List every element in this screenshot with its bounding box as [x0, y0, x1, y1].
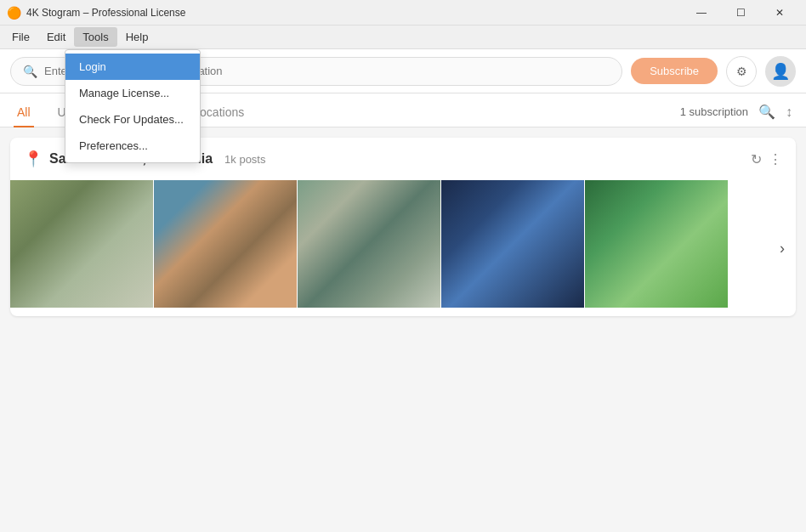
menu-item-check-updates[interactable]: Check For Updates...: [65, 106, 200, 133]
photo-item[interactable]: [585, 180, 728, 308]
photo-placeholder: [154, 180, 297, 308]
menu-edit[interactable]: Edit: [38, 27, 74, 47]
app-icon: 🟠: [7, 6, 21, 20]
photo-placeholder: [10, 180, 153, 308]
location-posts-count: 1k posts: [224, 153, 265, 166]
tab-all[interactable]: All: [14, 99, 34, 127]
more-icon: ⋮: [769, 151, 782, 167]
close-button[interactable]: ✕: [760, 0, 799, 25]
account-button[interactable]: 👤: [765, 56, 796, 87]
arrow-right-icon: ›: [780, 240, 785, 258]
maximize-button[interactable]: ☐: [721, 0, 760, 25]
menubar: File Edit Tools Help: [0, 25, 806, 49]
more-options-button[interactable]: ⋮: [769, 151, 782, 167]
menu-help[interactable]: Help: [117, 27, 157, 47]
tabs-right-controls: 1 subscription 🔍 ↕: [680, 104, 792, 127]
menu-item-preferences[interactable]: Preferences...: [65, 133, 200, 159]
search-icon: 🔍: [23, 65, 37, 78]
photo-placeholder: [441, 180, 584, 308]
photo-item[interactable]: [154, 180, 297, 308]
menu-item-manage-license[interactable]: Manage License...: [65, 80, 200, 106]
menu-tools[interactable]: Tools: [74, 27, 116, 47]
search-subscriptions-icon: 🔍: [758, 104, 775, 120]
photo-placeholder: [585, 180, 728, 308]
photo-item[interactable]: [10, 180, 153, 308]
next-photos-button[interactable]: ›: [769, 227, 796, 269]
photo-placeholder: [298, 180, 440, 308]
window-controls: — ☐ ✕: [682, 0, 799, 25]
titlebar: 🟠 4K Stogram – Professional License — ☐ …: [0, 0, 806, 25]
minimize-button[interactable]: —: [682, 0, 721, 25]
filter-icon: ⚙: [736, 65, 747, 78]
filter-button[interactable]: ⚙: [726, 56, 757, 87]
app-title: 4K Stogram – Professional License: [26, 7, 682, 19]
refresh-icon: ↻: [751, 151, 762, 167]
sort-icon: ↕: [786, 105, 792, 120]
location-card: 📍 San Francisco, California 1k posts ↻ ⋮: [10, 138, 796, 316]
subscription-count: 1 subscription: [680, 105, 748, 118]
refresh-button[interactable]: ↻: [751, 151, 762, 167]
sort-button[interactable]: ↕: [786, 105, 792, 120]
subscribe-button[interactable]: Subscribe: [631, 58, 718, 84]
location-pin-icon: 📍: [24, 150, 43, 168]
tools-dropdown-menu: Login Manage License... Check For Update…: [65, 49, 201, 163]
photo-grid: ›: [10, 180, 796, 316]
avatar-icon: 👤: [771, 62, 790, 81]
photo-item[interactable]: [441, 180, 584, 308]
photo-item[interactable]: [298, 180, 440, 308]
menu-item-login[interactable]: Login: [65, 54, 200, 80]
menu-file[interactable]: File: [3, 27, 38, 47]
search-subscriptions-button[interactable]: 🔍: [758, 104, 775, 120]
location-actions: ↻ ⋮: [751, 151, 782, 167]
